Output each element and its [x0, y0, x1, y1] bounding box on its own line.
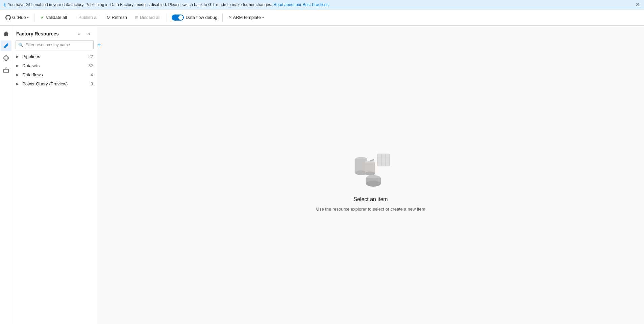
- search-container: 🔍 +: [16, 40, 94, 49]
- dataflows-count: 4: [91, 73, 93, 77]
- publish-icon: ↑: [75, 15, 77, 20]
- main-content: Select an item Use the resource explorer…: [97, 26, 644, 324]
- dataflow-debug-label: Data flow debug: [186, 15, 218, 20]
- empty-state-illustration: [344, 138, 398, 192]
- sidebar-item-powerquery[interactable]: ▶ Power Query (Preview) 0: [12, 79, 97, 88]
- chevron-double-icon: «: [78, 31, 81, 36]
- nav-briefcase-button[interactable]: [1, 65, 11, 76]
- nav-pencil-button[interactable]: [1, 40, 11, 51]
- dataflow-debug-toggle-container: Data flow debug: [172, 15, 218, 21]
- github-label: GitHub: [12, 15, 26, 20]
- empty-state: Select an item Use the resource explorer…: [316, 138, 425, 212]
- datasets-label: Datasets: [22, 63, 89, 68]
- home-icon: [3, 31, 9, 37]
- github-chevron-icon: ▾: [27, 16, 29, 19]
- sidebar-header: Factory Resources « ‹‹: [12, 26, 97, 40]
- powerquery-label: Power Query (Preview): [22, 81, 91, 86]
- svg-rect-3: [3, 69, 8, 73]
- refresh-button[interactable]: ↻ Refresh: [103, 13, 130, 22]
- powerquery-count: 0: [91, 82, 93, 86]
- toolbar-separator-2: [167, 14, 167, 22]
- empty-state-title: Select an item: [353, 196, 388, 202]
- search-icon: 🔍: [18, 43, 23, 47]
- arm-close-icon: ✕: [229, 15, 232, 20]
- pipelines-count: 22: [89, 54, 93, 59]
- arm-template-button[interactable]: ✕ ARM template ▾: [225, 13, 267, 22]
- refresh-icon: ↻: [106, 15, 110, 20]
- sidebar-collapse-button[interactable]: «: [75, 30, 83, 38]
- validate-label: Validate all: [46, 15, 67, 20]
- toolbar-separator-3: [222, 14, 223, 22]
- hide-panel-icon: ‹‹: [87, 31, 90, 36]
- toolbar: GitHub ▾ ✓ Validate all ↑ Publish all ↻ …: [0, 9, 644, 26]
- sidebar: Factory Resources « ‹‹ 🔍 + ▶ Pipelines 2…: [12, 26, 97, 324]
- add-resource-button[interactable]: +: [95, 41, 103, 49]
- discard-all-button[interactable]: ⊟ Discard all: [132, 13, 164, 22]
- search-input[interactable]: [16, 40, 94, 49]
- dataflows-label: Data flows: [22, 72, 91, 77]
- datasets-count: 32: [89, 63, 93, 68]
- globe-icon: [3, 55, 9, 61]
- svg-rect-11: [377, 154, 390, 166]
- arm-chevron-icon: ▾: [262, 16, 264, 19]
- sidebar-title: Factory Resources: [16, 31, 59, 36]
- sidebar-item-pipelines[interactable]: ▶ Pipelines 22: [12, 52, 97, 61]
- briefcase-icon: [3, 67, 9, 73]
- svg-point-10: [365, 171, 375, 176]
- nav-home-button[interactable]: [1, 28, 11, 39]
- discard-icon: ⊟: [135, 15, 139, 20]
- info-link[interactable]: Read about our Best Practices.: [274, 2, 330, 7]
- nav-globe-button[interactable]: [1, 53, 11, 63]
- discard-label: Discard all: [140, 15, 160, 20]
- resource-list: ▶ Pipelines 22 ▶ Datasets 32 ▶ Data flow…: [12, 52, 97, 324]
- validate-all-button[interactable]: ✓ Validate all: [37, 13, 70, 22]
- sidebar-hide-button[interactable]: ‹‹: [85, 30, 93, 38]
- chevron-right-icon: ▶: [16, 55, 20, 58]
- sidebar-header-actions: « ‹‹: [75, 30, 93, 38]
- pencil-icon: [3, 43, 9, 49]
- github-button[interactable]: GitHub ▾: [3, 13, 31, 22]
- chevron-right-icon: ▶: [16, 64, 20, 68]
- info-bar: ℹ You have GIT enabled in your data fact…: [0, 0, 644, 9]
- refresh-label: Refresh: [112, 15, 127, 20]
- info-message: You have GIT enabled in your data factor…: [8, 2, 272, 7]
- sidebar-item-dataflows[interactable]: ▶ Data flows 4: [12, 70, 97, 79]
- chevron-right-icon: ▶: [16, 73, 20, 77]
- toolbar-separator-1: [34, 14, 34, 22]
- pipelines-label: Pipelines: [22, 54, 89, 59]
- info-icon: ℹ: [4, 2, 6, 7]
- publish-all-button[interactable]: ↑ Publish all: [72, 13, 102, 22]
- publish-label: Publish all: [78, 15, 98, 20]
- svg-point-18: [366, 181, 381, 187]
- left-nav: [0, 26, 12, 324]
- github-icon: [5, 15, 11, 20]
- info-bar-close-button[interactable]: ✕: [636, 2, 640, 7]
- sidebar-item-datasets[interactable]: ▶ Datasets 32: [12, 61, 97, 70]
- validate-icon: ✓: [41, 15, 44, 20]
- dataflow-debug-toggle[interactable]: [172, 15, 184, 21]
- arm-template-label: ARM template: [233, 15, 261, 20]
- empty-state-subtitle: Use the resource explorer to select or c…: [316, 207, 425, 212]
- main-layout: Factory Resources « ‹‹ 🔍 + ▶ Pipelines 2…: [0, 26, 644, 324]
- chevron-right-icon: ▶: [16, 82, 20, 86]
